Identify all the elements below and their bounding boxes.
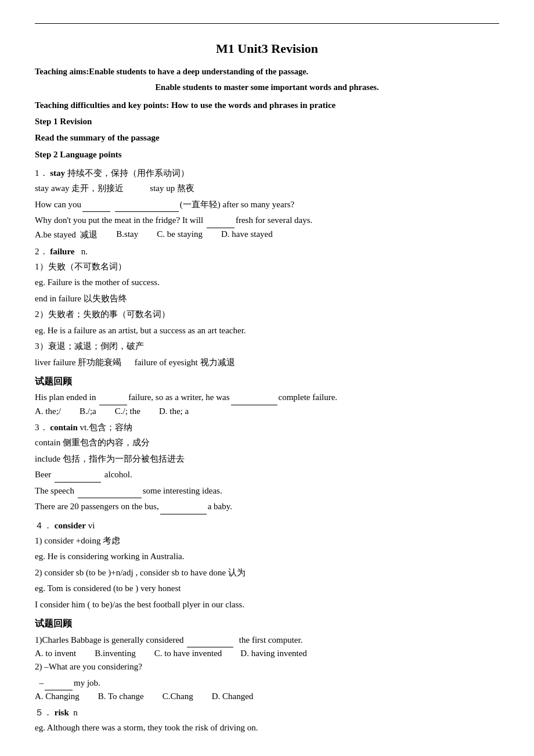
teaching-aims-line1: Teaching aims:Enable students to have a … (35, 64, 499, 79)
try1-option-a: A. the;/ (35, 406, 61, 416)
try2-option1-b: B.inventing (95, 649, 135, 658)
try2-q2-ans: –my job. (35, 676, 499, 691)
point4-eg2: eg. Tom is considered (to be ) very hone… (35, 581, 499, 596)
point3-header: 3． contain vt.包含；容纳 (35, 420, 499, 435)
point1-q2: Why don't you put the meat in the fridge… (35, 213, 499, 228)
point1-option-a: A.be stayed 减退 (35, 229, 98, 240)
point3-contain: contain 侧重包含的内容，成分 (35, 435, 499, 451)
try2-option2-b: B. To change (98, 692, 144, 701)
point3-q3: There are 20 passengers on the bus,a bab… (35, 499, 499, 514)
point2-eg1: eg. Failure is the mother of success. (35, 275, 499, 290)
try2-q2: 2) –What are you considering? (35, 660, 499, 675)
point1-options: A.be stayed 减退 B.stay C. be staying D. h… (35, 229, 499, 240)
try2-options2: A. Changing B. To change C.Chang D. Chan… (35, 692, 499, 701)
step1-heading: Step 1 Revision (35, 114, 499, 129)
point2-phrase1: end in failure 以失败告终 (35, 291, 499, 307)
try2-option1-a: A. to invent (35, 649, 76, 658)
point2-meaning2: 2）失败者；失败的事（可数名词） (35, 307, 499, 322)
try2-options1: A. to invent B.inventing C. to have inve… (35, 649, 499, 658)
try1-option-d: D. the; a (159, 406, 189, 416)
try1-option-c: C./; the (115, 406, 140, 416)
teaching-aims-line2: Enable students to master some important… (35, 80, 499, 95)
try1-options: A. the;/ B./;a C./; the D. the; a (35, 406, 499, 416)
point5-eg: eg. Although there was a storm, they too… (35, 721, 499, 736)
page-title: M1 Unit3 Revision (35, 41, 499, 56)
try1-option-b: B./;a (80, 406, 96, 416)
point5-header: ５． risk n (35, 705, 499, 720)
try2-q1: 1)Charles Babbage is generally considere… (35, 633, 499, 648)
point4-eg1: eg. He is considering working in Austral… (35, 549, 499, 564)
try2-option2-d: D. Changed (212, 692, 254, 701)
point1-option-c: C. be staying (157, 229, 203, 240)
step2-heading: Step 2 Language points (35, 147, 499, 162)
point1-option-d: D. have stayed (221, 229, 273, 240)
point4-header: ４． consider vi (35, 518, 499, 533)
try1-question: His plan ended in failure, so as a write… (35, 390, 499, 405)
point1-header: 1． stay 持续不变，保持（用作系动词） (35, 165, 499, 181)
point4-2: 2) consider sb (to be )+n/adj , consider… (35, 566, 499, 581)
try2-option1-d: D. having invented (240, 649, 307, 658)
point2-header: 2． failure n. (35, 244, 499, 259)
point1-line1: stay away 走开，别接近 stay up 熬夜 (35, 181, 499, 196)
point1-option-b: B.stay (116, 229, 138, 240)
try1-heading: 试题回顾 (35, 373, 499, 389)
point4-1: 1) consider +doing 考虑 (35, 534, 499, 549)
try2-option2-c: C.Chang (163, 692, 193, 701)
point3-q1: Beer alcohol. (35, 467, 499, 483)
teaching-difficulties: Teaching difficulties and key points: Ho… (35, 98, 499, 113)
top-divider (35, 23, 499, 24)
point2-phrases23: liver failure 肝功能衰竭 failure of eyesight … (35, 355, 499, 370)
point3-q2: The speech some interesting ideas. (35, 484, 499, 499)
try2-option2-a: A. Changing (35, 692, 80, 701)
point3-include: include 包括，指作为一部分被包括进去 (35, 452, 499, 467)
point2-meaning3: 3）衰退；减退；倒闭，破产 (35, 339, 499, 354)
point2-eg2: eg. He is a failure as an artist, but a … (35, 323, 499, 339)
read-summary: Read the summary of the passage (35, 130, 499, 145)
point2-meaning1: 1）失败（不可数名词） (35, 260, 499, 275)
try2-heading: 试题回顾 (35, 615, 499, 631)
point4-eg3: I consider him ( to be)/as the best foot… (35, 597, 499, 613)
point1-q1: How can you (一直年轻) after so many years? (35, 197, 499, 213)
try2-option1-c: C. to have invented (154, 649, 222, 658)
